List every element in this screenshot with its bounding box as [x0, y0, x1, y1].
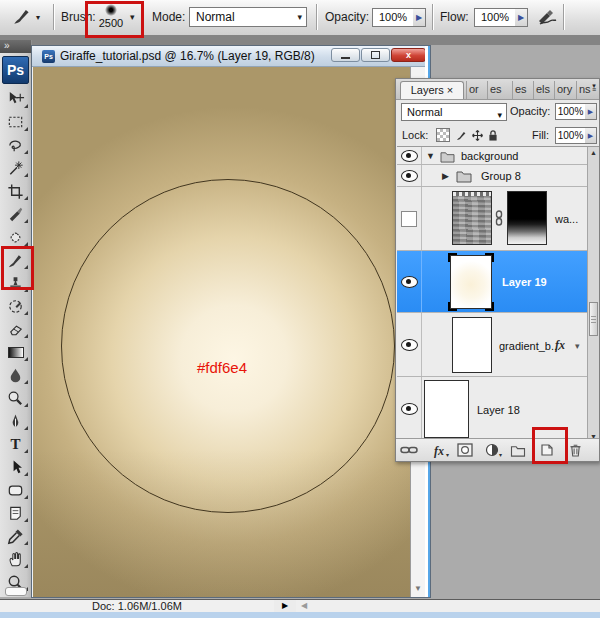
maximize-button[interactable]: [361, 48, 390, 62]
collapsed-caret-icon[interactable]: ▶: [442, 171, 449, 181]
airbrush-icon[interactable]: [535, 5, 559, 33]
new-group-icon[interactable]: [509, 442, 527, 458]
rectangular-marquee-tool[interactable]: [0, 111, 31, 134]
mask-link-icon[interactable]: [494, 210, 504, 230]
magic-wand-tool[interactable]: [0, 157, 31, 180]
layer-name[interactable]: Group 8: [481, 170, 521, 182]
layer-row-background[interactable]: ▼ background: [397, 147, 588, 165]
add-mask-icon[interactable]: [456, 442, 474, 458]
panel-menu-icon[interactable]: ▾≡: [592, 84, 596, 92]
lock-row: Lock: Fill: 100% ▶: [396, 125, 599, 146]
layer-name[interactable]: Layer 18: [477, 404, 520, 416]
visibility-cell[interactable]: [397, 147, 422, 164]
layers-panel: Layers × or es es els ory ns ▾≡ Normal ▾…: [395, 78, 600, 462]
layer-name[interactable]: Layer 19: [502, 276, 547, 288]
fill-spinner[interactable]: ▶: [585, 127, 597, 144]
tab-fragment[interactable]: or: [466, 81, 486, 99]
tab-fragment[interactable]: es: [512, 81, 532, 99]
tab-layers[interactable]: Layers ×: [400, 81, 464, 99]
tab-fragment[interactable]: els: [533, 81, 553, 99]
layer-thumbnail-white[interactable]: [452, 317, 492, 373]
crop-tool[interactable]: [0, 180, 31, 203]
layer-row-group8[interactable]: ▶ Group 8: [397, 165, 588, 187]
lock-transparency-icon[interactable]: [436, 128, 450, 142]
fx-expand-icon[interactable]: ▾: [575, 341, 580, 351]
layer-thumbnail-transparent[interactable]: [450, 255, 492, 309]
layers-controls: Normal ▾ Opacity: 100% ▶: [396, 99, 599, 125]
lock-paint-icon[interactable]: [454, 128, 468, 142]
scroll-left-icon[interactable]: ◀: [301, 600, 307, 612]
path-selection-tool[interactable]: [0, 456, 31, 479]
layer-row-wa[interactable]: wa...: [397, 187, 588, 251]
layer-mask-thumbnail[interactable]: [507, 191, 547, 245]
type-tool[interactable]: T: [0, 433, 31, 456]
visibility-cell[interactable]: [397, 251, 422, 312]
hex-color-annotation: #fdf6e4: [197, 359, 247, 376]
notes-tool[interactable]: [0, 502, 31, 525]
tool-preset-picker[interactable]: ▾: [8, 4, 51, 31]
layer-row-layer19[interactable]: Layer 19: [397, 251, 588, 313]
chevron-down-icon: ▾: [497, 107, 502, 123]
flow-input[interactable]: 100%: [474, 8, 516, 27]
eye-icon[interactable]: [401, 170, 418, 182]
tab-fragment[interactable]: ory: [554, 81, 575, 99]
fx-badge[interactable]: fx: [555, 338, 565, 353]
blend-mode-select[interactable]: Normal ▾: [189, 7, 307, 27]
scroll-up-icon[interactable]: ▲: [589, 149, 598, 156]
close-button[interactable]: x: [391, 48, 426, 62]
tools-column: T: [0, 88, 31, 594]
layers-scrollbar[interactable]: ▲ ▼: [587, 147, 599, 442]
expand-caret-icon[interactable]: ▼: [426, 151, 435, 161]
opacity-spinner[interactable]: ▶: [413, 8, 426, 27]
layer-thumbnail-texture[interactable]: [452, 191, 492, 245]
horizontal-scrollbar[interactable]: ◀: [296, 600, 600, 612]
scrollbar-thumb[interactable]: [589, 302, 598, 336]
dodge-tool[interactable]: [0, 387, 31, 410]
layer-name[interactable]: background: [461, 150, 519, 162]
hand-tool[interactable]: [0, 548, 31, 571]
history-brush-tool[interactable]: [0, 295, 31, 318]
layer-thumbnail-white[interactable]: [424, 380, 469, 438]
tab-fragment[interactable]: es: [487, 81, 507, 99]
visibility-empty-box[interactable]: [401, 211, 417, 227]
minimize-button[interactable]: [331, 48, 360, 62]
lock-all-icon[interactable]: [486, 128, 500, 142]
move-tool[interactable]: [0, 88, 31, 111]
link-layers-icon[interactable]: [400, 442, 418, 458]
tab-close-icon[interactable]: ×: [447, 84, 453, 96]
fill-input[interactable]: 100%: [555, 127, 586, 144]
delete-layer-icon[interactable]: [566, 442, 584, 458]
eye-icon[interactable]: [401, 403, 418, 415]
visibility-cell[interactable]: [397, 187, 422, 250]
doc-size-readout[interactable]: Doc: 1.06M/1.06M: [0, 600, 275, 612]
layer-row-gradient[interactable]: gradient_b... fx ▾: [397, 313, 588, 377]
eyedropper-tool[interactable]: [0, 525, 31, 548]
eye-icon[interactable]: [401, 276, 418, 288]
scroll-down-icon[interactable]: ▼: [414, 584, 422, 593]
slice-tool[interactable]: [0, 203, 31, 226]
pen-tool[interactable]: [0, 410, 31, 433]
panel-collapse-button[interactable]: »: [0, 40, 31, 53]
document-titlebar[interactable]: Ps Giraffe_tutorial.psd @ 16.7% (Layer 1…: [32, 46, 430, 67]
eye-icon[interactable]: [401, 150, 418, 162]
layer-name[interactable]: gradient_b...: [499, 340, 560, 352]
tools-panel-grip[interactable]: [5, 587, 27, 596]
visibility-cell[interactable]: [397, 165, 422, 186]
lasso-tool[interactable]: [0, 134, 31, 157]
layers-opacity-input[interactable]: 100%: [555, 103, 586, 120]
flow-spinner[interactable]: ▶: [515, 8, 528, 27]
layer-blend-mode-select[interactable]: Normal ▾: [401, 103, 507, 121]
eraser-tool[interactable]: [0, 318, 31, 341]
visibility-cell[interactable]: [397, 313, 422, 376]
layer-name[interactable]: wa...: [555, 213, 578, 225]
blur-tool[interactable]: [0, 364, 31, 387]
eye-icon[interactable]: [401, 339, 418, 351]
opacity-input[interactable]: 100%: [372, 8, 414, 27]
rounded-rectangle-tool[interactable]: [0, 479, 31, 502]
status-flyout-button[interactable]: ▶: [274, 600, 297, 612]
layers-opacity-spinner[interactable]: ▶: [585, 103, 597, 120]
visibility-cell[interactable]: [397, 377, 422, 441]
canvas[interactable]: #fdf6e4: [33, 67, 412, 597]
lock-position-icon[interactable]: [470, 128, 484, 142]
gradient-tool[interactable]: [0, 341, 31, 364]
